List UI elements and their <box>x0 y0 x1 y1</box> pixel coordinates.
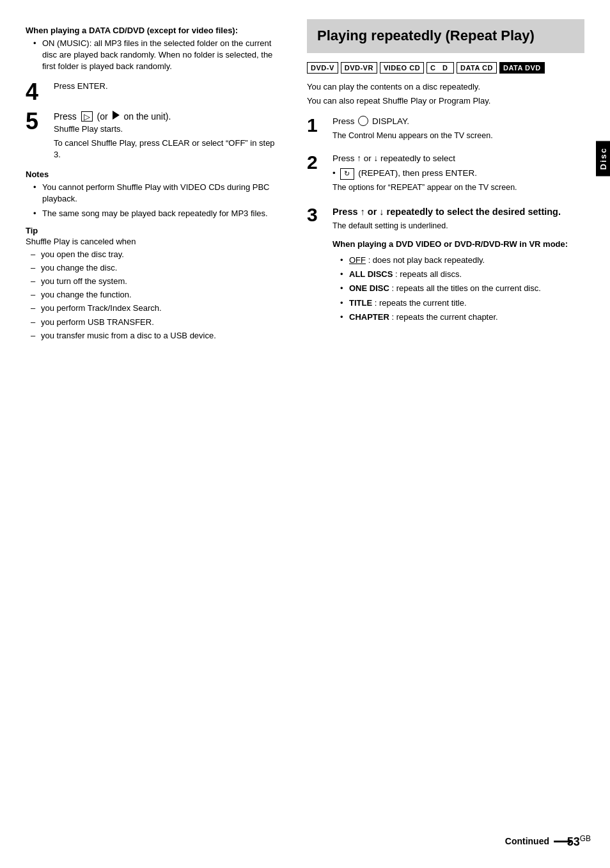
tip-intro: Shuffle Play is canceled when <box>26 237 281 246</box>
dvd-off-label: OFF <box>349 255 366 265</box>
step-5-number: 5 <box>26 110 49 133</box>
notes-heading: Notes <box>26 170 281 179</box>
section-header: Playing repeatedly (Repeat Play) <box>307 19 584 53</box>
right-step-3: 3 Press ↑ or ↓ repeatedly to select the … <box>307 205 584 328</box>
play-outline-icon: ▷ <box>81 111 93 122</box>
step-5-line: Press ▷ (or on the unit). <box>54 110 281 123</box>
note-2: The same song may be played back repeate… <box>33 208 281 219</box>
badge-dvd-vr: DVD-VR <box>341 62 377 74</box>
data-cd-bullets: ON (MUSIC): all MP3 files in the selecte… <box>26 38 281 73</box>
format-badges: DVD-V DVD-VR VIDEO CD C D DATA CD DATA D… <box>307 62 584 74</box>
left-column: When playing a DATA CD/DVD (except for v… <box>0 0 294 868</box>
dvd-heading: When playing a DVD VIDEO or DVD-R/DVD-RW… <box>332 238 584 251</box>
step-5-text2: (or <box>97 110 108 123</box>
right-step-2-text: Press ↑ or ↓ repeatedly to select <box>332 153 584 165</box>
step-5: 5 Press ▷ (or on the unit). Shuffle Play… <box>26 110 281 164</box>
right-step-1-sub: The Control Menu appears on the TV scree… <box>332 130 584 142</box>
dvd-one-text: : repeats all the titles on the current … <box>391 283 540 293</box>
notes-list: You cannot perform Shuffle Play with VID… <box>26 182 281 219</box>
step-4: 4 Press ENTER. <box>26 81 281 104</box>
note-1: You cannot perform Shuffle Play with VID… <box>33 182 281 205</box>
bullet-on: ON (MUSIC): all MP3 files in the selecte… <box>33 38 281 73</box>
badge-data-dvd: DATA DVD <box>499 62 545 74</box>
tip-item-2: you change the disc. <box>31 262 281 274</box>
step-4-content: Press ENTER. <box>54 81 281 95</box>
dvd-chapter-label: CHAPTER <box>349 312 389 322</box>
tip-item-3: you turn off the system. <box>31 276 281 287</box>
right-step-3-content: Press ↑ or ↓ repeatedly to select the de… <box>332 205 584 328</box>
dvd-title-label: TITLE <box>349 298 372 308</box>
step-5-content: Press ▷ (or on the unit). Shuffle Play s… <box>54 110 281 164</box>
step-5-sub2: To cancel Shuffle Play, press CLEAR or s… <box>54 138 281 161</box>
right-step-2: 2 Press ↑ or ↓ repeatedly to select • ↻ … <box>307 153 584 196</box>
dvd-bullet-title: TITLE : repeats the current title. <box>340 297 584 309</box>
right-step-3-number: 3 <box>307 205 327 225</box>
right-step-2-icon-line: • ↻ (REPEAT), then press ENTER. <box>332 168 584 180</box>
step-4-text: Press ENTER. <box>54 81 281 92</box>
tip-section: Tip Shuffle Play is canceled when you op… <box>26 226 281 342</box>
step-5-text3: on the unit). <box>123 110 171 123</box>
intro-1: You can play the contents on a disc repe… <box>307 81 584 93</box>
dvd-bullets: OFF : does not play back repeatedly. ALL… <box>332 255 584 323</box>
play-solid-icon <box>113 111 120 120</box>
badge-cd: C D <box>426 62 454 74</box>
dvd-chapter-text: : repeats the current chapter. <box>391 312 497 322</box>
badge-dvd-v: DVD-V <box>307 62 338 74</box>
tip-list: you open the disc tray. you change the d… <box>26 249 281 342</box>
data-cd-heading: When playing a DATA CD/DVD (except for v… <box>26 26 281 35</box>
side-tab: Disc <box>596 141 610 176</box>
right-step-1-display: DISPLAY. <box>372 116 409 126</box>
data-cd-section: When playing a DATA CD/DVD (except for v… <box>26 26 281 73</box>
dvd-bullet-one: ONE DISC : repeats all the titles on the… <box>340 283 584 294</box>
step-5-sub1: Shuffle Play starts. <box>54 123 281 135</box>
tip-item-5: you perform Track/Index Search. <box>31 303 281 314</box>
tip-item-7: you transfer music from a disc to a USB … <box>31 330 281 342</box>
tip-heading: Tip <box>26 226 281 235</box>
right-step-1: 1 Press DISPLAY. The Control Menu appear… <box>307 116 584 144</box>
dvd-bullet-all: ALL DISCS : repeats all discs. <box>340 269 584 280</box>
section-title: Playing repeatedly (Repeat Play) <box>317 27 574 45</box>
continued-label: Continued <box>505 836 549 846</box>
right-step-3-sub: The default setting is underlined. <box>332 221 584 232</box>
bullet-dot: • <box>332 168 336 178</box>
intro-2: You can also repeat Shuffle Play or Prog… <box>307 95 584 107</box>
badge-data-cd: DATA CD <box>457 62 497 74</box>
right-step-1-press: Press <box>332 116 355 126</box>
step-5-text: Press <box>54 110 77 123</box>
right-step-1-content: Press DISPLAY. The Control Menu appears … <box>332 116 584 144</box>
page-num-value: 53 <box>567 835 580 848</box>
dvd-bullet-chapter: CHAPTER : repeats the current chapter. <box>340 312 584 323</box>
dvd-one-label: ONE DISC <box>349 283 389 293</box>
right-step-3-text: Press ↑ or ↓ repeatedly to select the de… <box>332 205 584 218</box>
repeat-icon: ↻ <box>340 168 354 180</box>
display-circle-icon <box>358 116 368 126</box>
right-step-1-text: Press DISPLAY. <box>332 116 584 128</box>
page-suffix: GB <box>580 834 591 843</box>
right-step-2-number: 2 <box>307 153 327 172</box>
right-step-2-repeat-text: (REPEAT), then press ENTER. <box>358 168 477 178</box>
right-step-1-number: 1 <box>307 116 327 135</box>
badge-video-cd: VIDEO CD <box>380 62 424 74</box>
tip-item-6: you perform USB TRANSFER. <box>31 317 281 328</box>
right-step-2-content: Press ↑ or ↓ repeatedly to select • ↻ (R… <box>332 153 584 196</box>
step2-press: Press ↑ or ↓ repeatedly to select <box>332 154 455 163</box>
dvd-all-label: ALL DISCS <box>349 269 393 279</box>
tip-item-4: you change the function. <box>31 289 281 301</box>
dvd-title-text: : repeats the current title. <box>375 298 467 308</box>
continued-footer: Continued ⟶ <box>505 833 572 849</box>
page-number: 53GB <box>567 834 591 849</box>
dvd-bullet-off: OFF : does not play back repeatedly. <box>340 255 584 266</box>
tip-item-1: you open the disc tray. <box>31 249 281 260</box>
dvd-all-text: : repeats all discs. <box>395 269 462 279</box>
right-column: Playing repeatedly (Repeat Play) DVD-V D… <box>294 0 610 868</box>
page-container: When playing a DATA CD/DVD (except for v… <box>0 0 610 868</box>
dvd-off-text: : does not play back repeatedly. <box>368 255 485 265</box>
right-step-2-sub: The options for “REPEAT” appear on the T… <box>332 182 584 194</box>
step-4-number: 4 <box>26 81 49 104</box>
notes-section: Notes You cannot perform Shuffle Play wi… <box>26 170 281 219</box>
